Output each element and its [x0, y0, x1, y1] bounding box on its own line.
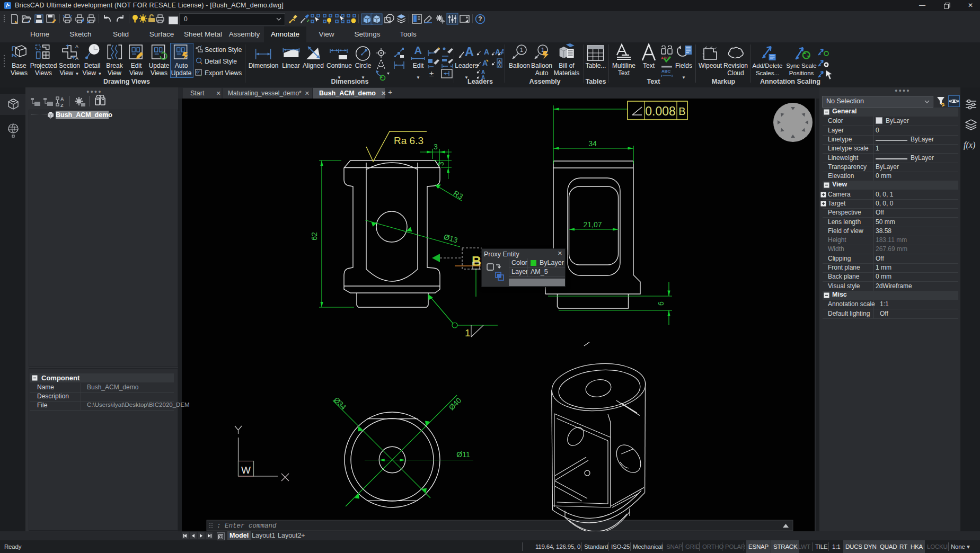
svg-text:34: 34	[588, 139, 597, 148]
svg-text:A: A	[75, 56, 78, 61]
svg-text:W: W	[241, 465, 251, 476]
svg-text:?: ?	[478, 15, 482, 23]
svg-text:Ra 6.3: Ra 6.3	[394, 135, 423, 146]
svg-text:A: A	[60, 96, 64, 102]
svg-text:B: B	[678, 105, 685, 117]
svg-text:6: 6	[657, 301, 665, 306]
svg-text:21,07: 21,07	[583, 220, 602, 229]
svg-text:ABC: ABC	[661, 69, 671, 74]
svg-text:A: A	[414, 44, 422, 56]
svg-text:Z: Z	[60, 103, 64, 108]
svg-text:Ø11: Ø11	[456, 450, 470, 459]
svg-text:62: 62	[310, 232, 319, 240]
svg-text:A: A	[498, 64, 501, 67]
svg-text:A: A	[464, 44, 473, 59]
svg-text:A: A	[484, 48, 489, 56]
svg-text:0.008: 0.008	[645, 104, 676, 118]
svg-text:A: A	[498, 59, 501, 63]
svg-text:3: 3	[437, 162, 445, 166]
svg-text:1: 1	[520, 47, 523, 53]
svg-text:1: 1	[465, 327, 471, 338]
svg-text:: Enter command: : Enter command	[217, 522, 277, 530]
svg-text:3: 3	[434, 142, 438, 151]
svg-text:A: A	[75, 44, 78, 49]
